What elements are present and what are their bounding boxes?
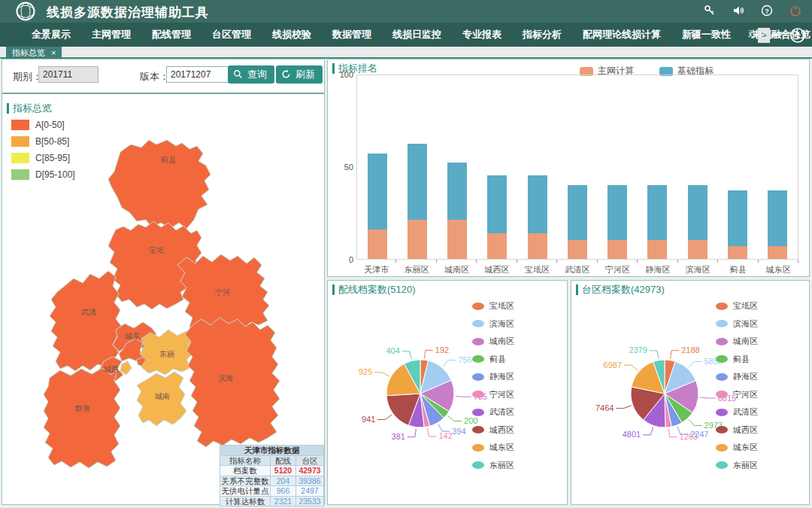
legend-swatch	[716, 373, 728, 381]
legend-label: 宁河区	[489, 389, 514, 400]
legend-item[interactable]: 宝坻区	[472, 297, 514, 315]
nav-item[interactable]: 新疆一致性	[671, 28, 741, 41]
legend-label: 静海区	[733, 371, 758, 382]
legend-label: 蓟县	[733, 354, 750, 365]
legend-swatch	[472, 444, 484, 452]
bar-segment	[447, 163, 467, 220]
legend-label: 城东区	[489, 442, 514, 453]
map-region-jinghai[interactable]	[44, 368, 120, 468]
legend-item[interactable]: 静海区	[472, 368, 514, 386]
pie-label-line	[438, 424, 450, 432]
bar-segment	[368, 154, 387, 230]
bar-segment	[607, 240, 627, 259]
map-label: 蓟县	[161, 156, 177, 164]
grade-legend-item: A[0-50]	[11, 120, 65, 130]
legend-item[interactable]: 城东区	[716, 439, 758, 457]
table-title: 天津市指标数据	[220, 446, 323, 455]
nav-item[interactable]: 线损日监控	[382, 28, 452, 41]
bar-segment	[607, 185, 627, 241]
legend-item[interactable]: 城南区	[472, 333, 514, 351]
city-indicator-table: 天津市指标数据 指标名称 配线 台区 档案数512042973关系不完整数204…	[220, 445, 324, 506]
x-axis-label: 天津市	[356, 264, 396, 275]
tab-close-icon[interactable]: ×	[51, 48, 56, 57]
pie-value-label: 941	[362, 415, 375, 424]
legend-item[interactable]: 宁河区	[716, 386, 758, 404]
legend-item[interactable]: 蓟县	[716, 351, 758, 369]
pie-label-line	[671, 351, 680, 359]
table-cell: 无供电计量点	[220, 486, 270, 496]
bar-group	[598, 75, 638, 259]
legend-item[interactable]: 武清区	[472, 403, 514, 421]
map-region-binhai[interactable]	[185, 318, 280, 447]
legend-item[interactable]: 蓟县	[472, 351, 514, 369]
legend-item[interactable]: 宝坻区	[716, 297, 758, 315]
nav-item[interactable]: 台区管理	[201, 28, 262, 41]
legend-item[interactable]: 城西区	[472, 421, 514, 440]
map-label: 城南	[154, 392, 170, 400]
bar-segment	[408, 144, 427, 220]
table-cell: 39386	[295, 476, 323, 486]
x-axis-label: 东丽区	[396, 264, 436, 275]
legend-item[interactable]: 滨海区	[716, 315, 758, 333]
pie-label-line	[650, 351, 659, 359]
legend-item[interactable]: 东丽区	[472, 457, 514, 475]
overview-panel: 期别： 版本： 20171207 ▼ 查询 刷新 指标总览 D[95-100]C…	[2, 59, 325, 505]
bar-segment	[487, 175, 507, 233]
pie-label-line	[374, 373, 389, 376]
nav-item[interactable]: 指标分析	[512, 28, 572, 41]
legend-label: 武清区	[489, 406, 514, 418]
legend-item[interactable]: 武清区	[716, 403, 758, 421]
legend-item[interactable]: 城东区	[472, 439, 514, 457]
grade-label: A[0-50]	[35, 120, 65, 130]
bar-segment	[368, 230, 387, 259]
bar-segment	[768, 190, 787, 246]
nav-item[interactable]: 线损校验	[262, 28, 322, 41]
feeder-archive-pie-panel: 配线档案数(5120) 1927567852003941423819419254…	[327, 280, 568, 505]
tab-indicator-overview[interactable]: 指标总览 ×	[6, 47, 62, 59]
bar-group	[357, 75, 397, 259]
bar-segment	[647, 185, 667, 241]
legend-item[interactable]: 宁河区	[472, 386, 514, 404]
nav-item[interactable]: 配网理论线损计算	[572, 28, 671, 41]
help-icon[interactable]: ?	[761, 5, 773, 20]
pie-label-line	[700, 397, 716, 398]
legend-label: 武清区	[733, 406, 758, 418]
legend-swatch	[472, 320, 484, 327]
legend-item[interactable]: 城南区	[716, 333, 758, 351]
legend-swatch	[716, 444, 728, 452]
table-cell: 2497	[295, 486, 323, 496]
search-button[interactable]: 查询	[228, 65, 274, 84]
x-axis-label: 城西区	[477, 264, 517, 275]
map-label: 宝坻	[149, 246, 164, 254]
legend-item[interactable]: 静海区	[716, 368, 758, 386]
legend-swatch	[716, 320, 728, 327]
nav-item[interactable]: 专业报表	[452, 28, 512, 41]
map-region-core-3[interactable]	[120, 361, 132, 375]
refresh-button[interactable]: 刷新	[276, 65, 323, 84]
nav-item[interactable]: 数据管理	[322, 28, 382, 41]
legend-label: 滨海区	[489, 318, 514, 330]
table-row: 档案数512042973	[220, 466, 323, 476]
x-axis-label: 宁河区	[598, 264, 638, 275]
map-region-jixian[interactable]	[108, 140, 211, 229]
nav-item[interactable]: 全景展示	[21, 28, 81, 41]
nav-item[interactable]: 配线管理	[141, 28, 201, 41]
legend-item[interactable]: 城西区	[716, 421, 758, 440]
pie-value-label: 2188	[681, 345, 699, 354]
nav-item[interactable]: 主网管理	[81, 28, 141, 41]
legend-label: 城西区	[733, 424, 758, 436]
map-label: 武清	[81, 308, 96, 316]
speaker-icon[interactable]	[732, 5, 744, 20]
grade-swatch	[11, 120, 29, 130]
map-region-wuqing[interactable]	[50, 271, 122, 371]
legend-item[interactable]: 东丽区	[716, 457, 758, 475]
legend-label: 城南区	[733, 336, 758, 347]
power-icon[interactable]	[789, 5, 801, 20]
pie-label-line	[448, 416, 462, 421]
period-input[interactable]	[38, 66, 98, 83]
legend-item[interactable]: 滨海区	[472, 315, 514, 333]
map-label: 滨海	[218, 374, 233, 382]
key-icon[interactable]	[704, 5, 716, 20]
legend-label: 宝坻区	[733, 300, 758, 312]
bar-segment	[688, 240, 707, 259]
